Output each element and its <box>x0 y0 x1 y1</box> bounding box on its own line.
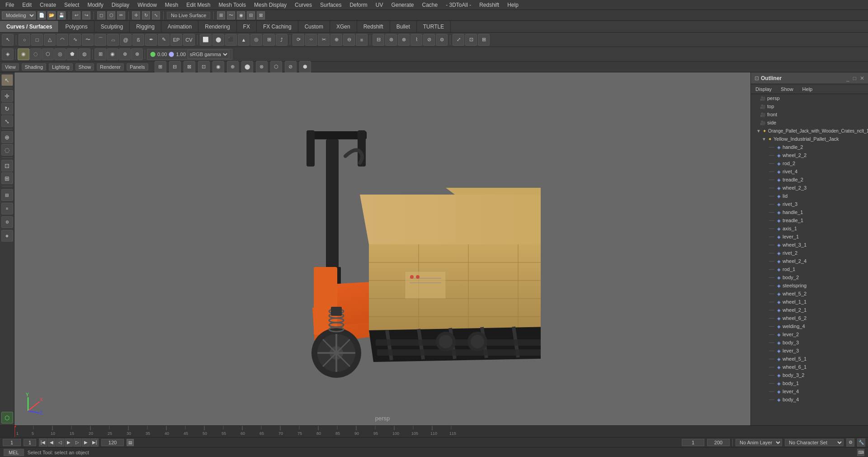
tab-fx[interactable]: FX <box>237 21 257 32</box>
snap-move[interactable]: ⤢ <box>453 34 464 46</box>
prev-frame-btn[interactable]: ◀ <box>47 438 56 447</box>
uv-layout[interactable]: ⊞ <box>478 34 490 46</box>
outliner-tab-show[interactable]: Show <box>776 84 798 94</box>
view-btn[interactable]: View <box>2 63 19 71</box>
outliner-welding4[interactable]: ◈ welding_4 <box>751 322 868 330</box>
outliner-wheel61[interactable]: ◈ wheel_6_1 <box>751 363 868 371</box>
outliner-close[interactable]: ✕ <box>860 75 864 81</box>
outliner-persp[interactable]: 🎥 persp <box>751 94 868 102</box>
no-live-surface-btn[interactable]: No Live Surface <box>167 12 210 19</box>
tool2-lasso[interactable]: ⬟ <box>66 48 78 60</box>
outliner-wheel11[interactable]: ◈ wheel_1_1 <box>751 298 868 306</box>
universal-tool[interactable]: ⊕ <box>1 131 13 143</box>
outliner-lever4[interactable]: ◈ lever_4 <box>751 387 868 395</box>
snap-grid-btn[interactable]: ⊞ <box>217 11 225 19</box>
deform-wire[interactable]: ⌇ <box>410 34 422 46</box>
menu-surfaces[interactable]: Surfaces <box>316 1 345 9</box>
surface-plane[interactable]: ⬜ <box>200 34 212 46</box>
outliner-rivet3[interactable]: ◈ rivet_3 <box>751 200 868 208</box>
menu-deform[interactable]: Deform <box>346 1 371 9</box>
menu-generate[interactable]: Generate <box>387 1 417 9</box>
panels-btn[interactable]: Panels <box>127 63 148 71</box>
shading-btn[interactable]: Shading <box>22 63 46 71</box>
menu-mesh-display[interactable]: Mesh Display <box>250 1 290 9</box>
tab-rendering[interactable]: Rendering <box>198 21 236 32</box>
menu-file[interactable]: File <box>2 1 18 9</box>
snap-point2[interactable]: ◉ <box>107 48 118 60</box>
frame-icon[interactable]: ⬡ <box>1 412 13 424</box>
shape-pencil[interactable]: ✎ <box>158 34 170 46</box>
char-set-selector[interactable]: No Character Set <box>785 439 844 446</box>
shape-spiral[interactable]: @ <box>120 34 132 46</box>
menu-window[interactable]: Window <box>134 1 160 9</box>
view-icon6[interactable]: ⊕ <box>227 61 239 73</box>
tool-trim[interactable]: ✂ <box>318 34 330 46</box>
tool2-soft[interactable]: ◍ <box>79 48 90 60</box>
prev-key-btn[interactable]: ◁ <box>56 438 64 447</box>
view-icon1[interactable]: ⊞ <box>155 61 166 73</box>
shape-arc[interactable]: ◠ <box>57 34 68 46</box>
mel-tab[interactable]: MEL <box>4 449 24 456</box>
tab-bullet[interactable]: Bullet <box>390 21 417 32</box>
outliner-wheel22[interactable]: ◈ wheel_2_2 <box>751 151 868 159</box>
tab-animation[interactable]: Animation <box>161 21 198 32</box>
outliner-body1[interactable]: ◈ body_1 <box>751 379 868 387</box>
snap-live2[interactable]: ⊕ <box>119 48 131 60</box>
tab-sculpting[interactable]: Sculpting <box>94 21 130 32</box>
menu-display[interactable]: Display <box>108 1 133 9</box>
outliner-front[interactable]: 🎥 front <box>751 110 868 119</box>
next-frame-btn[interactable]: ▶ <box>82 438 90 447</box>
tab-fx-caching[interactable]: FX Caching <box>257 21 298 32</box>
select-arrow-icon[interactable]: ↖ <box>2 34 14 46</box>
new-scene-btn[interactable]: 📄 <box>38 11 46 19</box>
select-tool[interactable]: ↖ <box>1 74 13 86</box>
shape-square[interactable]: □ <box>31 34 43 46</box>
view-icon2[interactable]: ⊟ <box>169 61 181 73</box>
tool2-paint[interactable]: ⬡ <box>42 48 54 60</box>
tool-align[interactable]: ≡ <box>356 34 368 46</box>
select-tool-btn[interactable]: ◻ <box>97 11 105 19</box>
shape-circle[interactable]: ○ <box>19 34 30 46</box>
outliner-treadle1[interactable]: ◈ treadle_1 <box>751 216 868 224</box>
outliner-body3[interactable]: ◈ body_3 <box>751 338 868 347</box>
tool-fillet[interactable]: ⌔ <box>305 34 317 46</box>
view-icon4[interactable]: ⊡ <box>198 61 210 73</box>
menu-edit-mesh[interactable]: Edit Mesh <box>183 1 214 9</box>
outliner-side[interactable]: 🎥 side <box>751 119 868 127</box>
paint-select-btn[interactable]: ✏ <box>117 11 125 19</box>
scale-btn[interactable]: ⤡ <box>152 11 160 19</box>
menu-redshift[interactable]: Redshift <box>476 1 503 9</box>
view-icon7[interactable]: ⬤ <box>241 61 253 73</box>
render-icon[interactable]: ◈ <box>1 230 13 242</box>
outliner-tab-help[interactable]: Help <box>798 84 817 94</box>
tool2-move[interactable]: ◉ <box>18 48 29 60</box>
tab-rigging[interactable]: Rigging <box>130 21 161 32</box>
char-set-btn[interactable]: ⚙ <box>846 438 854 447</box>
uv-unfold[interactable]: ⊡ <box>465 34 477 46</box>
outliner-body2[interactable]: ◈ body_2 <box>751 273 868 281</box>
outliner-rod1[interactable]: ◈ rod_1 <box>751 265 868 273</box>
deform-shrink[interactable]: ⊘ <box>423 34 435 46</box>
snap-point-btn[interactable]: ◉ <box>237 11 245 19</box>
shape-curve1[interactable]: ∿ <box>69 34 81 46</box>
undo-btn[interactable]: ↩ <box>72 11 80 19</box>
view-icon10[interactable]: ⊘ <box>285 61 297 73</box>
outliner-wheel21[interactable]: ◈ wheel_2_1 <box>751 306 868 314</box>
tool-settings-icon[interactable]: ⚙ <box>1 216 13 228</box>
soft-mod-tool[interactable]: ◌ <box>1 144 13 156</box>
tab-polygons[interactable]: Polygons <box>59 21 94 32</box>
outliner-top[interactable]: 🎥 top <box>751 102 868 110</box>
outliner-steelspring[interactable]: ◈ steelspring <box>751 281 868 290</box>
gamma-selector[interactable]: sRGB gamma <box>188 50 229 59</box>
goto-end-btn[interactable]: ▶| <box>90 438 99 447</box>
surface-sphere[interactable]: ⬤ <box>212 34 224 46</box>
tab-custom[interactable]: Custom <box>298 21 330 32</box>
outliner-lid[interactable]: ◈ lid <box>751 192 868 200</box>
save-scene-btn[interactable]: 💾 <box>57 11 66 19</box>
outliner-body32[interactable]: ◈ body_3_2 <box>751 371 868 379</box>
outliner-body4[interactable]: ◈ body_4 <box>751 395 868 404</box>
rotate-btn[interactable]: ↻ <box>142 11 150 19</box>
view-icon8[interactable]: ⊗ <box>256 61 268 73</box>
snap-view-btn[interactable]: ⊟ <box>247 11 255 19</box>
outliner-wheel23[interactable]: ◈ wheel_2_3 <box>751 184 868 192</box>
